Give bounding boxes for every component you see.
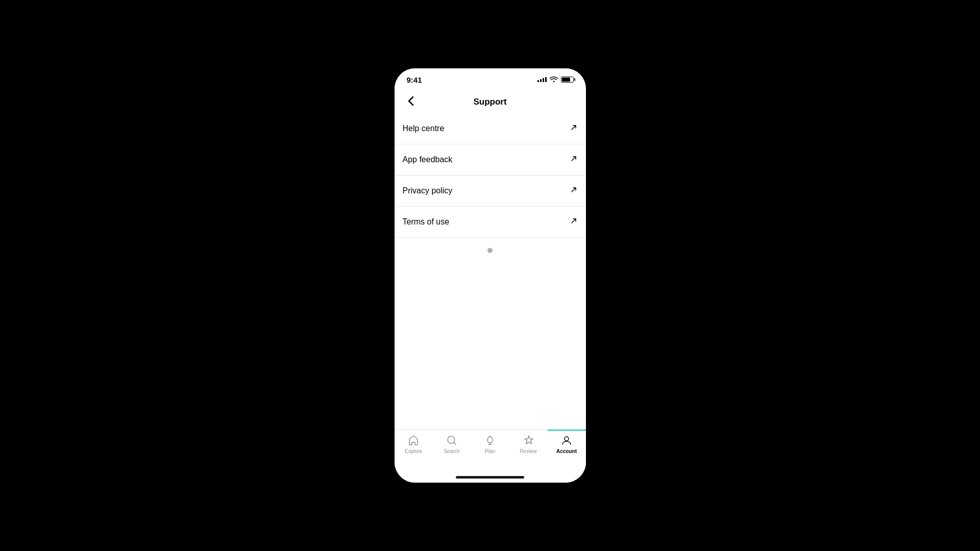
home-indicator-area — [395, 472, 586, 483]
tab-item-review[interactable]: Review — [509, 434, 548, 454]
back-button[interactable] — [403, 94, 419, 110]
review-icon — [522, 434, 534, 446]
back-arrow-icon — [408, 96, 414, 109]
scroll-indicator — [487, 248, 493, 253]
menu-item-label: Help centre — [403, 124, 445, 133]
menu-item-app-feedback[interactable]: App feedback — [395, 144, 586, 176]
search-icon — [446, 434, 458, 446]
menu-item-label: App feedback — [403, 155, 453, 164]
menu-item-terms-of-use[interactable]: Terms of use — [395, 207, 586, 238]
battery-icon — [561, 77, 574, 83]
account-icon — [560, 434, 573, 446]
battery-fill — [562, 78, 571, 82]
svg-point-1 — [565, 437, 569, 441]
signal-bar-2 — [540, 79, 542, 82]
tab-item-explore[interactable]: Explore — [395, 434, 433, 454]
menu-item-help-centre[interactable]: Help centre — [395, 113, 586, 144]
signal-bars-icon — [537, 77, 547, 82]
menu-item-label: Privacy policy — [403, 186, 453, 195]
home-indicator — [456, 476, 524, 479]
main-content: Help centre App feedback Privacy policy — [395, 113, 586, 430]
page-title: Support — [473, 97, 506, 107]
home-icon — [407, 434, 420, 446]
status-time: 9:41 — [407, 76, 422, 84]
external-link-icon — [570, 186, 578, 196]
external-link-icon — [570, 155, 578, 165]
external-link-icon — [570, 123, 578, 134]
tab-item-search[interactable]: Search — [433, 434, 471, 454]
tab-label-review: Review — [520, 448, 537, 454]
signal-bar-4 — [545, 77, 547, 82]
external-link-icon — [570, 217, 578, 227]
status-bar: 9:41 — [395, 68, 586, 91]
tab-label-account: Account — [556, 448, 577, 454]
nav-header: Support — [395, 91, 586, 113]
menu-item-label: Terms of use — [403, 217, 450, 227]
phone-frame: 9:41 — [395, 68, 586, 483]
menu-item-privacy-policy[interactable]: Privacy policy — [395, 176, 586, 207]
signal-bar-1 — [537, 80, 539, 82]
tab-item-account[interactable]: Account — [548, 434, 586, 454]
wifi-icon — [550, 76, 558, 84]
tab-label-plan: Plan — [485, 448, 495, 454]
tab-item-plan[interactable]: Plan — [471, 434, 509, 454]
tab-label-search: Search — [444, 448, 460, 454]
signal-bar-3 — [543, 78, 544, 82]
menu-list: Help centre App feedback Privacy policy — [395, 113, 586, 238]
svg-point-0 — [448, 436, 455, 443]
tab-bar: Explore Search Plan — [395, 430, 586, 472]
tab-label-explore: Explore — [405, 448, 422, 454]
plan-icon — [484, 434, 496, 446]
status-icons — [537, 76, 574, 84]
